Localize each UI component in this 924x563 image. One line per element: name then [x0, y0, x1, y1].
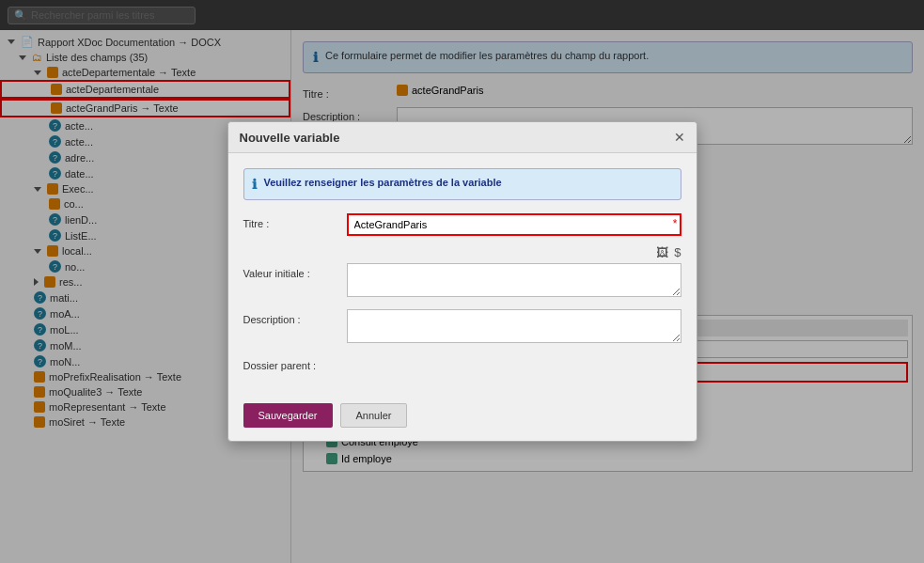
- modal-titre-label: Titre :: [243, 213, 347, 229]
- modal-overlay: Nouvelle variable ✕ ℹ Veuillez renseigne…: [0, 0, 924, 563]
- required-star-titre: *: [673, 217, 678, 230]
- modal-valeur-row: Valeur initiale :: [243, 263, 681, 300]
- save-button[interactable]: Sauvegarder: [243, 403, 333, 428]
- modal-valeur-field: [347, 263, 681, 300]
- modal-header: Nouvelle variable ✕: [228, 122, 697, 153]
- modal-valeur-label: Valeur initiale :: [243, 263, 347, 279]
- modal-description-row: Description :: [243, 309, 681, 346]
- modal-description-label: Description :: [243, 309, 347, 325]
- modal-titre-row: Titre : *: [243, 213, 681, 236]
- modal-body: ℹ Veuillez renseigner les paramètres de …: [228, 153, 697, 396]
- modal-close-button[interactable]: ✕: [674, 130, 685, 145]
- modal-description-field: [347, 309, 681, 346]
- modal-dossier-label: Dossier parent :: [243, 355, 347, 371]
- modal-dossier-row: Dossier parent :: [243, 355, 681, 371]
- icon-row: 🖼 $: [243, 245, 681, 259]
- modal-info-text: Veuillez renseigner les paramètres de la…: [264, 177, 502, 192]
- modal-description-textarea[interactable]: [347, 309, 681, 343]
- modal-info-icon: ℹ: [252, 177, 257, 192]
- image-icon[interactable]: 🖼: [656, 245, 668, 259]
- code-icon[interactable]: $: [674, 245, 681, 259]
- modal-info-bar: ℹ Veuillez renseigner les paramètres de …: [243, 168, 681, 200]
- modal-titre-field: *: [347, 213, 681, 236]
- modal-dialog: Nouvelle variable ✕ ℹ Veuillez renseigne…: [227, 121, 697, 442]
- modal-title: Nouvelle variable: [240, 131, 340, 145]
- modal-footer: Sauvegarder Annuler: [228, 396, 697, 441]
- cancel-button[interactable]: Annuler: [340, 403, 408, 428]
- modal-titre-input[interactable]: [347, 213, 681, 236]
- modal-valeur-textarea[interactable]: [347, 263, 681, 297]
